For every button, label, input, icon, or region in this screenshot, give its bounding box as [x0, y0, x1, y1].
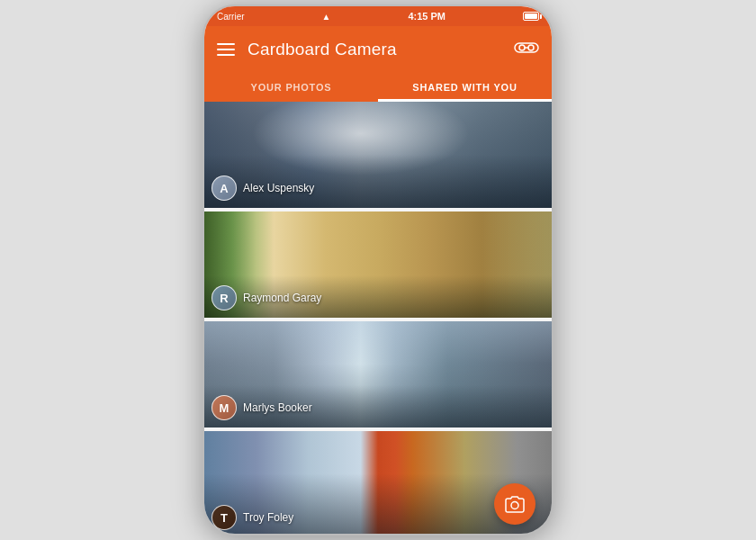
header-left: Cardboard Camera: [217, 40, 397, 59]
wifi-icon: ▲: [322, 12, 331, 22]
user-info-3: M Marlys Booker: [212, 395, 312, 420]
photo-card-4[interactable]: T Troy Foley: [204, 431, 552, 534]
status-bar: Carrier ▲ 4:15 PM: [204, 6, 552, 26]
take-photo-fab[interactable]: [494, 483, 536, 525]
app-header: Cardboard Camera: [204, 26, 552, 73]
phone-frame: Carrier ▲ 4:15 PM Cardboard Camera: [202, 4, 554, 536]
camera-icon: [505, 495, 525, 513]
carrier-text: Carrier: [217, 12, 245, 22]
user-name-4: Troy Foley: [243, 511, 293, 524]
battery-area: [523, 12, 539, 21]
avatar-4: T: [212, 505, 237, 530]
svg-point-4: [511, 502, 518, 509]
user-info-2: R Raymond Garay: [212, 285, 321, 310]
avatar-1: A: [212, 176, 237, 201]
user-name-2: Raymond Garay: [243, 292, 321, 304]
user-name-1: Alex Uspensky: [243, 182, 314, 194]
avatar-2: R: [212, 285, 237, 310]
hamburger-line-3: [217, 54, 235, 56]
menu-button[interactable]: [217, 43, 235, 56]
user-info-4: T Troy Foley: [212, 505, 293, 530]
photo-card-2[interactable]: R Raymond Garay: [204, 212, 552, 318]
svg-point-1: [519, 45, 525, 50]
battery-icon: [523, 12, 539, 21]
tabs: YOUR PHOTOS SHARED WITH YOU: [204, 73, 552, 102]
time-text: 4:15 PM: [408, 11, 446, 22]
hamburger-line-1: [217, 43, 235, 45]
photo-card-1[interactable]: A Alex Uspensky: [204, 102, 552, 208]
tab-shared-with-you[interactable]: SHARED WITH YOU: [378, 73, 552, 102]
svg-point-2: [528, 45, 534, 50]
hamburger-line-2: [217, 49, 235, 50]
battery-fill: [525, 14, 537, 19]
vr-icon[interactable]: [514, 40, 539, 59]
app-title: Cardboard Camera: [248, 40, 397, 59]
user-info-1: A Alex Uspensky: [212, 176, 314, 201]
user-name-3: Marlys Booker: [243, 401, 312, 414]
content-area[interactable]: A Alex Uspensky R Raymond Garay M Mar: [204, 102, 552, 534]
avatar-3: M: [212, 395, 237, 420]
photo-card-3[interactable]: M Marlys Booker: [204, 321, 552, 428]
tab-your-photos[interactable]: YOUR PHOTOS: [204, 73, 378, 102]
